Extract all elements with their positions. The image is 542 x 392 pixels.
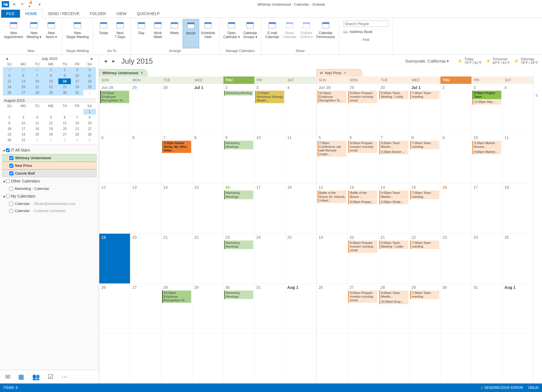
calendar-event[interactable]: 10:30am Employee Recognition Te... xyxy=(318,91,347,103)
calendar-item[interactable]: Marketing - Calendar xyxy=(2,185,96,192)
day-cell[interactable]: 13Battle of the Boyne ...6:00am Prepar..… xyxy=(347,184,378,234)
day-cell[interactable] xyxy=(409,333,440,383)
calendar-event[interactable]: 3:30pm Barker ... xyxy=(379,150,408,154)
calendar-event[interactable]: 9:00am Team Meetin... xyxy=(379,291,408,299)
calendar-event[interactable]: 6:00am Prepare investor roundup email xyxy=(348,141,377,153)
calendar-event[interactable]: 3:00pm Strate... xyxy=(379,200,408,204)
mini-day[interactable]: 15 xyxy=(43,78,58,84)
day-cell[interactable]: Jun 2810:30am Employee Recognition Te... xyxy=(99,84,130,134)
calendar-event[interactable]: 10:30am Employee Recognition Te... xyxy=(100,91,129,103)
day-cell[interactable]: Aug 1 xyxy=(285,284,316,334)
mini-day[interactable]: 2 xyxy=(58,67,71,73)
ribbon-open-calendar--button[interactable]: OpenCalendar ▾ xyxy=(222,19,242,48)
day-cell[interactable] xyxy=(254,333,285,383)
day-cell[interactable]: 2 xyxy=(440,84,471,134)
undo-icon[interactable]: ↶ xyxy=(20,2,25,7)
day-cell[interactable]: 31 xyxy=(471,284,502,334)
mini-day[interactable]: 2 xyxy=(3,115,16,120)
group-checkbox[interactable] xyxy=(6,194,10,198)
day-cell[interactable]: 18 xyxy=(502,184,533,234)
mini-day[interactable]: 19 xyxy=(3,84,16,90)
day-cell[interactable]: 31 xyxy=(254,284,285,334)
calendar-checkbox[interactable] xyxy=(9,187,13,191)
calendar-event[interactable]: 3:30pm Barker Media; My office; Whitn... xyxy=(162,141,191,153)
calendar-checkbox[interactable] xyxy=(9,164,13,168)
mini-day[interactable]: 14 xyxy=(71,120,83,126)
day-cell[interactable]: 296:00am Prepare investor roundup email xyxy=(347,84,378,134)
mini-day[interactable]: 31 xyxy=(16,137,31,143)
day-cell[interactable]: 16Marketing Meetings xyxy=(223,184,254,234)
mini-day[interactable]: 11 xyxy=(83,73,96,78)
mini-day[interactable] xyxy=(16,109,31,115)
weather-day[interactable]: ☀Tomorrow80°F / 61°F xyxy=(486,57,510,65)
calendar-event[interactable]: 9:00am Team Meetin... xyxy=(379,190,408,199)
calendar-item[interactable]: Whitney Underwood xyxy=(2,154,96,162)
day-cell[interactable] xyxy=(378,333,409,383)
mini-day[interactable]: 29 xyxy=(16,67,31,73)
calendar-checkbox[interactable] xyxy=(9,156,13,160)
day-cell[interactable]: 6 xyxy=(130,134,161,184)
ribbon-today-button[interactable]: Today xyxy=(95,19,112,48)
calendar-event[interactable]: 7:00am Conference call with Remote emplo… xyxy=(318,141,347,157)
mini-day[interactable]: 6 xyxy=(16,73,31,78)
tab-quickhelp[interactable]: QUICKHELP xyxy=(131,10,165,18)
mini-day[interactable]: 3 xyxy=(16,115,31,120)
day-cell[interactable]: 2810:30am Employee Recognition Te... xyxy=(161,284,192,334)
mini-day[interactable]: 20 xyxy=(16,84,31,90)
calendar-group[interactable]: ◢ My Calendars xyxy=(2,192,96,200)
mini-day[interactable] xyxy=(58,109,71,115)
mini-day[interactable]: 10 xyxy=(16,120,31,126)
day-cell[interactable] xyxy=(192,333,223,383)
close-icon[interactable]: ✕ xyxy=(344,71,346,75)
mini-day[interactable]: 30 xyxy=(31,67,44,73)
calendar-checkbox[interactable] xyxy=(9,171,13,175)
day-cell[interactable]: 11 xyxy=(502,134,533,184)
next-month-icon[interactable]: ▶ xyxy=(111,59,116,63)
day-cell[interactable]: 19 xyxy=(99,234,130,284)
weather-day[interactable]: ☀Saturday79°F / 63°F xyxy=(514,57,538,65)
day-cell[interactable] xyxy=(502,333,533,383)
people-icon[interactable]: 👥 xyxy=(32,373,40,381)
mini-prev-icon[interactable]: ◀ xyxy=(4,57,10,60)
mini-day[interactable]: 22 xyxy=(43,84,58,90)
day-cell[interactable]: 57:00am Conference call with Remote empl… xyxy=(317,134,348,184)
day-cell[interactable]: Aug 1 xyxy=(502,284,533,334)
mini-day[interactable]: 28 xyxy=(71,132,83,137)
search-people-input[interactable] xyxy=(343,20,389,27)
day-cell[interactable]: 9Marketing Meetings xyxy=(223,134,254,184)
calendar-event[interactable]: 4:00pm Market... xyxy=(472,150,501,154)
mini-day[interactable]: 19 xyxy=(43,126,58,132)
day-cell[interactable]: 24 xyxy=(471,234,502,284)
calendar-event[interactable]: 3:30pm Market Resear... xyxy=(472,141,501,149)
mini-day[interactable]: 23 xyxy=(58,84,71,90)
day-cell[interactable]: 2Marketing Meeting xyxy=(223,84,254,134)
mini-day[interactable]: 4 xyxy=(31,115,44,120)
day-cell[interactable]: 30 xyxy=(161,84,192,134)
ribbon-e-mail-calendar-button[interactable]: E-mailCalendar xyxy=(264,19,281,48)
mini-day[interactable]: 17 xyxy=(71,78,83,84)
mini-day[interactable]: 4 xyxy=(71,137,83,143)
swap-icon[interactable]: ⇄ xyxy=(320,71,323,75)
mini-day[interactable]: 9 xyxy=(58,73,71,78)
day-cell[interactable]: 12Battle of the Boyne (N. Ireland); Unit… xyxy=(317,184,348,234)
day-cell[interactable]: 9 xyxy=(440,134,471,184)
mini-day[interactable]: 30 xyxy=(58,90,71,96)
calendar-tab[interactable]: Whitney Underwood✕ xyxy=(99,69,147,76)
mini-day[interactable]: 10 xyxy=(71,73,83,78)
day-cell[interactable] xyxy=(347,333,378,383)
mini-day[interactable]: 18 xyxy=(31,126,44,132)
mini-day[interactable]: 13 xyxy=(16,78,31,84)
day-cell[interactable]: 157:00am Team meeting xyxy=(409,184,440,234)
mini-day[interactable]: 25 xyxy=(31,132,44,137)
mini-day[interactable]: 28 xyxy=(31,90,44,96)
day-cell[interactable]: 73:30pm Barker Media; My office; Whitn..… xyxy=(161,134,192,184)
calendar-item[interactable]: Calendar - Customer Comments xyxy=(2,207,96,214)
calendar-item[interactable]: Cassie Ball xyxy=(2,169,96,177)
day-cell[interactable] xyxy=(161,333,192,383)
mini-day[interactable]: 31 xyxy=(71,90,83,96)
prev-month-icon[interactable]: ◀ xyxy=(103,59,108,63)
day-cell[interactable]: 206:00am Prepare investor roundup email xyxy=(347,234,378,284)
day-cell[interactable]: 25 xyxy=(502,234,533,284)
day-cell[interactable] xyxy=(285,333,316,383)
mini-day[interactable]: 17 xyxy=(16,126,31,132)
